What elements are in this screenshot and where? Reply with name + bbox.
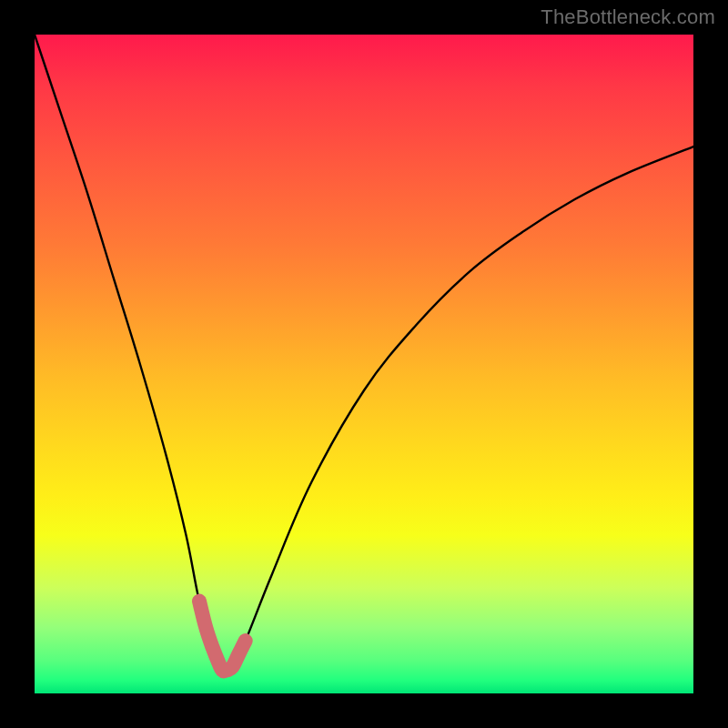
plot-area (35, 35, 693, 693)
optimal-marker (199, 602, 246, 672)
chart-frame: TheBottleneck.com (0, 0, 728, 728)
curve-layer (35, 35, 693, 693)
watermark-text: TheBottleneck.com (541, 5, 715, 29)
bottleneck-curve (35, 35, 693, 672)
